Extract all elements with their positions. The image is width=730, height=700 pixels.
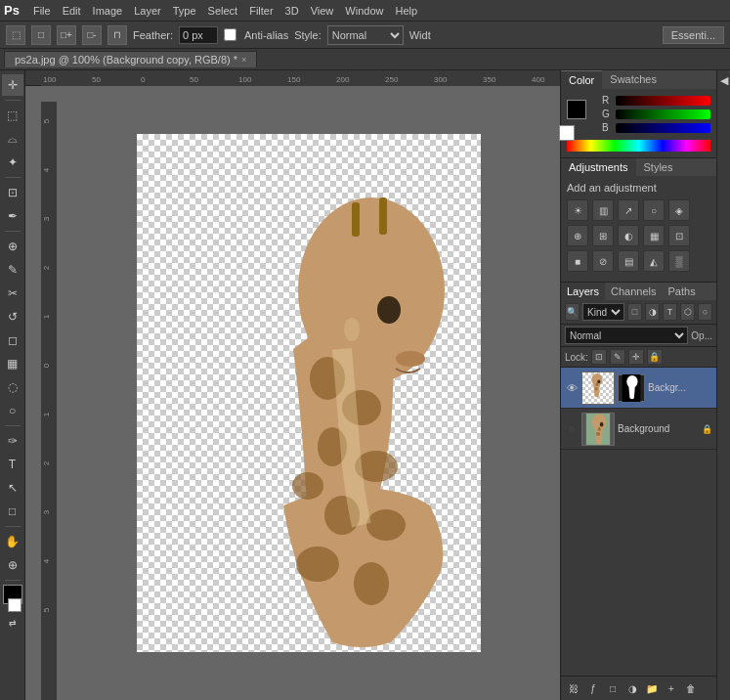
lock-image-icon[interactable]: ✎	[610, 349, 625, 365]
background-color-picker[interactable]	[559, 125, 575, 141]
document-tab[interactable]: ps2a.jpg @ 100% (Background copy, RGB/8)…	[4, 51, 257, 67]
link-layers-btn[interactable]: ⛓	[565, 679, 582, 697]
intersect-selection-icon[interactable]: ⊓	[107, 25, 127, 45]
subtract-selection-icon[interactable]: □-	[82, 25, 102, 45]
layer-item-1[interactable]: ○ Background 🔒	[561, 409, 716, 450]
tab-styles[interactable]: Styles	[636, 158, 681, 176]
lock-all-icon[interactable]: 🔒	[647, 349, 663, 365]
lasso-tool[interactable]: ⌓	[2, 128, 23, 150]
tab-adjustments[interactable]: Adjustments	[561, 158, 636, 176]
blur-tool[interactable]: ◌	[2, 376, 23, 398]
create-new-fill-btn[interactable]: ◑	[623, 679, 641, 697]
add-layer-style-btn[interactable]: ƒ	[584, 679, 602, 697]
layer-1-visibility-toggle[interactable]: ○	[565, 422, 579, 436]
foreground-color-picker[interactable]	[567, 100, 586, 119]
menu-window[interactable]: Window	[339, 3, 389, 19]
tab-channels[interactable]: Channels	[605, 283, 662, 300]
hue-saturation-btn[interactable]: ⊕	[567, 225, 588, 246]
threshold-btn[interactable]: ◭	[643, 250, 665, 272]
filter-shape-icon[interactable]: ⬡	[680, 303, 695, 321]
menu-edit[interactable]: Edit	[57, 3, 87, 19]
menu-file[interactable]: File	[27, 3, 57, 19]
hand-tool[interactable]: ✋	[2, 531, 23, 552]
antialias-checkbox[interactable]	[224, 28, 236, 41]
menu-filter[interactable]: Filter	[243, 3, 279, 19]
black-white-btn[interactable]: ◐	[618, 225, 639, 246]
color-balance-btn[interactable]: ⊞	[592, 225, 614, 246]
tab-paths[interactable]: Paths	[663, 283, 702, 300]
menu-view[interactable]: View	[305, 3, 340, 19]
shape-tool[interactable]: □	[2, 501, 23, 522]
invert-btn[interactable]: ⊘	[592, 250, 614, 272]
b-slider[interactable]	[616, 123, 710, 133]
magic-wand-tool[interactable]: ✦	[2, 152, 23, 173]
menu-layer[interactable]: Layer	[128, 3, 167, 19]
crop-tool[interactable]: ⊡	[2, 182, 23, 203]
filter-toggle-icon[interactable]: ○	[698, 303, 712, 321]
brightness-contrast-btn[interactable]: ☀	[567, 199, 588, 221]
menu-help[interactable]: Help	[389, 3, 423, 19]
delete-layer-btn[interactable]: 🗑	[682, 679, 700, 697]
add-selection-icon[interactable]: □+	[57, 25, 76, 45]
healing-brush-tool[interactable]: ⊕	[2, 236, 23, 257]
color-lookup-btn[interactable]: ■	[567, 250, 588, 272]
search-layers-icon[interactable]: 🔍	[565, 303, 580, 321]
layers-bottom-bar: ⛓ ƒ □ ◑ 📁 + 🗑	[561, 676, 716, 700]
tab-color[interactable]: Color	[561, 70, 602, 89]
path-selection-tool[interactable]: ↖	[2, 477, 23, 499]
new-selection-icon[interactable]: □	[31, 25, 51, 45]
side-panel-collapse[interactable]: ◀	[716, 70, 730, 700]
svg-text:5: 5	[42, 607, 51, 612]
create-new-layer-btn[interactable]: +	[663, 679, 680, 697]
gradient-tool[interactable]: ▦	[2, 353, 23, 374]
vibrance-btn[interactable]: ◈	[668, 199, 690, 221]
g-slider[interactable]	[616, 109, 710, 119]
gradient-map-btn[interactable]: ▒	[668, 250, 690, 272]
lock-position-icon[interactable]: ✛	[628, 349, 644, 365]
history-brush-tool[interactable]: ↺	[2, 306, 23, 328]
menu-select[interactable]: Select	[202, 3, 244, 19]
r-slider[interactable]	[616, 96, 710, 106]
filter-pixel-icon[interactable]: □	[627, 303, 642, 321]
type-tool[interactable]: T	[2, 454, 23, 475]
exposure-btn[interactable]: ○	[643, 199, 665, 221]
menu-3d[interactable]: 3D	[279, 3, 305, 19]
zoom-tool[interactable]: ⊕	[2, 554, 23, 576]
layer-item-0[interactable]: 👁	[561, 368, 716, 409]
create-new-group-btn[interactable]: 📁	[643, 679, 661, 697]
brush-tool[interactable]: ✎	[2, 259, 23, 281]
filter-adjustment-icon[interactable]: ◑	[645, 303, 660, 321]
curves-btn[interactable]: ↗	[618, 199, 639, 221]
style-select[interactable]: Normal Fixed Ratio Fixed Size	[327, 25, 404, 45]
eyedropper-tool[interactable]: ✒	[2, 205, 23, 227]
levels-btn[interactable]: ▥	[592, 199, 614, 221]
tab-layers[interactable]: Layers	[561, 283, 605, 300]
eraser-tool[interactable]: ◻	[2, 329, 23, 351]
add-layer-mask-btn[interactable]: □	[604, 679, 622, 697]
swap-colors-icon[interactable]: ⇄	[9, 618, 17, 628]
blend-mode-select[interactable]: Normal	[565, 327, 688, 344]
dodge-tool[interactable]: ○	[2, 400, 23, 421]
lock-transparent-icon[interactable]: ⊡	[591, 349, 607, 365]
svg-point-45	[596, 382, 599, 386]
menu-image[interactable]: Image	[87, 3, 129, 19]
posterize-btn[interactable]: ▤	[618, 250, 639, 272]
move-tool[interactable]: ✛	[2, 74, 23, 96]
photo-filter-btn[interactable]: ▦	[643, 225, 665, 246]
filter-type-icon[interactable]: T	[663, 303, 677, 321]
menu-type[interactable]: Type	[167, 3, 202, 19]
tab-close-button[interactable]: ×	[241, 55, 246, 65]
layer-0-visibility-toggle[interactable]: 👁	[565, 381, 579, 395]
background-color-swatch[interactable]	[8, 598, 21, 612]
blend-row: Normal Op...	[561, 325, 716, 347]
selection-tool-icon[interactable]: ⬚	[6, 25, 25, 45]
channel-mixer-btn[interactable]: ⊡	[668, 225, 690, 246]
tab-swatches[interactable]: Swatches	[602, 70, 665, 89]
clone-stamp-tool[interactable]: ✂	[2, 283, 23, 304]
essential-button[interactable]: Essenti...	[663, 26, 724, 44]
filter-kind-select[interactable]: Kind	[582, 303, 624, 321]
feather-input[interactable]	[179, 26, 218, 44]
rectangular-marquee-tool[interactable]: ⬚	[2, 105, 23, 126]
pen-tool[interactable]: ✑	[2, 430, 23, 452]
color-spectrum-bar[interactable]	[567, 140, 710, 152]
